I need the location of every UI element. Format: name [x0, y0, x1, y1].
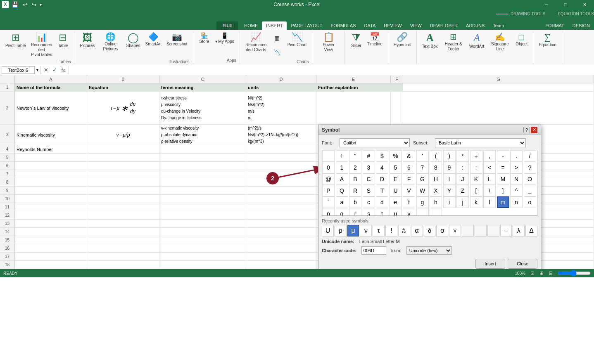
sym-p[interactable]: p [322, 208, 335, 216]
store-btn[interactable]: 🏪 Store [197, 31, 212, 44]
sym-backtick[interactable]: ` [322, 196, 335, 208]
sym-eq[interactable]: = [497, 162, 509, 173]
recommended-pivottables-btn[interactable]: 📊 Recommended PivotTables [29, 31, 54, 59]
name-box[interactable] [2, 66, 35, 74]
col-header-b[interactable]: B [87, 75, 159, 83]
cell-b4[interactable] [87, 145, 159, 153]
recent-U[interactable]: U [322, 225, 334, 236]
cell-c2[interactable]: τ-shear stress μ-viscocity du-change in … [159, 92, 246, 124]
shapes-btn[interactable]: ◯ Shapes [124, 31, 143, 59]
char-code-input[interactable] [361, 246, 386, 255]
cell-c1[interactable]: terms meaning [159, 83, 246, 91]
recent-nu[interactable]: ν [360, 225, 372, 236]
sym-T[interactable]: T [376, 185, 388, 196]
my-apps-btn[interactable]: 📱 ▾ My Apps [213, 31, 236, 44]
sym-M[interactable]: M [497, 173, 509, 185]
pivot-table-btn[interactable]: ⊞ Pivot-Table [3, 31, 28, 59]
col-header-f[interactable]: F [391, 75, 403, 83]
sym-minus[interactable]: - [497, 150, 509, 162]
view-normal-btn[interactable]: ⊡ [530, 270, 535, 276]
sym-b[interactable]: b [349, 196, 361, 208]
sym-caret[interactable]: ^ [510, 185, 523, 196]
line-chart-btn[interactable]: 📉 [270, 45, 285, 59]
sym-1[interactable]: 1 [336, 162, 348, 173]
sym-w[interactable] [416, 208, 429, 216]
sym-f[interactable]: f [403, 196, 415, 208]
tab-team[interactable]: Team [489, 21, 508, 30]
power-view-btn[interactable]: 📋 Power View [316, 31, 341, 59]
sym-Q[interactable]: Q [336, 185, 348, 196]
sym-S[interactable]: S [363, 185, 375, 196]
insert-function-btn[interactable]: fx [59, 68, 67, 73]
equation-btn[interactable]: ∑ Equa-tion [537, 31, 558, 59]
sym-8[interactable]: 8 [430, 162, 442, 173]
sym-V[interactable]: V [403, 185, 415, 196]
sym-gt[interactable]: > [510, 162, 523, 173]
sym-W[interactable]: W [416, 185, 429, 196]
recent-rho[interactable]: ρ [335, 225, 347, 236]
tab-home[interactable]: HOME [240, 21, 262, 30]
sym-question[interactable]: ? [524, 162, 536, 173]
sym-s[interactable]: s [363, 208, 375, 216]
recent-endash[interactable]: – [500, 225, 512, 236]
cell-f1[interactable] [391, 83, 403, 91]
sym-7[interactable]: 7 [416, 162, 429, 173]
sym-a[interactable]: a [336, 196, 348, 208]
tab-developer[interactable]: DEVELOPER [426, 21, 462, 30]
sym-3[interactable]: 3 [363, 162, 375, 173]
qat-dropdown[interactable]: ▾ [40, 2, 42, 7]
sym-m-selected[interactable]: m [497, 196, 509, 208]
sym-U[interactable]: U [390, 185, 402, 196]
sym-Z[interactable]: Z [456, 185, 469, 196]
recent-empty1[interactable] [462, 225, 474, 236]
minimize-btn[interactable]: ─ [537, 0, 556, 9]
cell-b2[interactable]: τ=μ ∗ du dy [87, 92, 159, 124]
tab-view[interactable]: VIEW [406, 21, 426, 30]
sym-d[interactable]: d [376, 196, 388, 208]
sym-X[interactable]: X [430, 185, 442, 196]
col-header-e[interactable]: E [316, 75, 391, 83]
sym-J[interactable]: J [456, 173, 469, 185]
sym-rparen[interactable]: ) [443, 150, 456, 162]
cell-a4[interactable]: Reynolds Number [15, 145, 87, 153]
sym-D[interactable]: D [376, 173, 388, 185]
sym-semi[interactable]: ; [470, 162, 482, 173]
sym-4[interactable]: 4 [376, 162, 388, 173]
col-header-c[interactable]: C [159, 75, 246, 83]
sym-plus[interactable]: + [470, 150, 482, 162]
sym-c[interactable]: c [363, 196, 375, 208]
sym-C[interactable]: C [363, 173, 375, 185]
recent-delta[interactable]: δ [424, 225, 436, 236]
recommended-charts-btn[interactable]: 📈 Recommended Charts [243, 31, 269, 59]
cell-g2[interactable] [403, 92, 594, 124]
sym-Y[interactable]: Y [443, 185, 456, 196]
sym-u[interactable]: u [390, 208, 402, 216]
slicer-btn[interactable]: ⧩ Slicer [348, 31, 364, 59]
sym-L[interactable]: L [483, 173, 496, 185]
sym-0[interactable]: 0 [322, 162, 335, 173]
sym-dollar[interactable]: $ [376, 150, 388, 162]
tab-review[interactable]: REVIEW [380, 21, 406, 30]
sym-O[interactable]: O [524, 173, 536, 185]
sym-dot[interactable]: . [510, 150, 523, 162]
tab-formulas[interactable]: FORMULAS [326, 21, 360, 30]
tab-design[interactable]: DESIGN [568, 21, 594, 30]
cell-c3[interactable]: ν-kinematic viscosity μ-absolute dynamic… [159, 125, 246, 145]
confirm-formula-btn[interactable]: ✓ [51, 67, 58, 73]
dialog-help-btn[interactable]: ? [523, 127, 530, 133]
sym-percent[interactable]: % [390, 150, 402, 162]
maximize-btn[interactable]: □ [556, 0, 575, 9]
cell-d4[interactable] [246, 145, 316, 153]
tab-page-layout[interactable]: PAGE LAYOUT [287, 21, 326, 30]
name-box-dropdown[interactable]: ▾ [36, 68, 38, 72]
sym-2[interactable]: 2 [349, 162, 361, 173]
sym-q[interactable]: q [336, 208, 348, 216]
recent-sigma[interactable]: σ [436, 225, 448, 236]
sym-H[interactable]: H [430, 173, 442, 185]
close-dialog-btn[interactable]: Close [508, 259, 537, 269]
sym-apos[interactable]: ' [416, 150, 429, 162]
sym-underscore[interactable]: _ [524, 185, 536, 196]
col-header-d[interactable]: D [246, 75, 316, 83]
sym-e[interactable]: e [390, 196, 402, 208]
sym-F[interactable]: F [403, 173, 415, 185]
